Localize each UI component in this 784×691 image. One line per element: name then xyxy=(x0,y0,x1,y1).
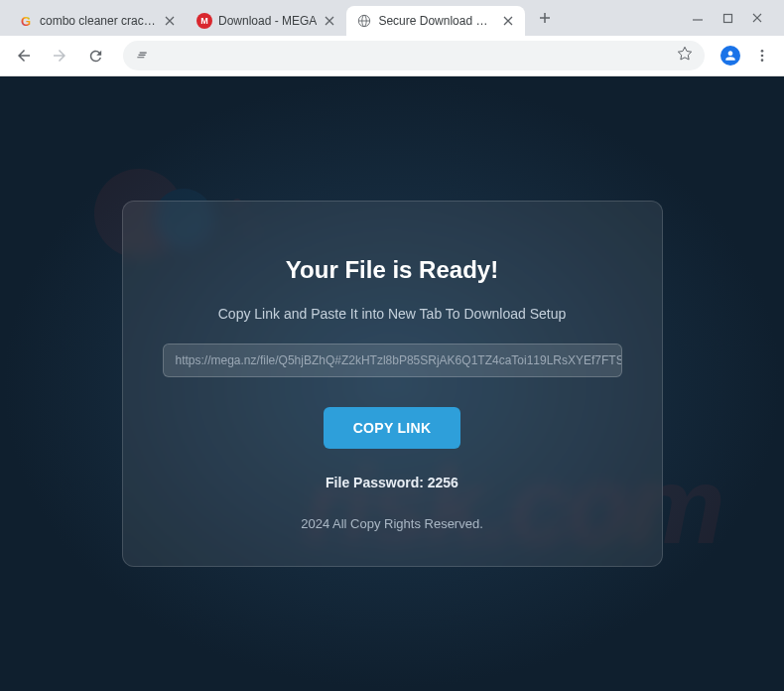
new-tab-button[interactable] xyxy=(531,4,559,32)
password-label: File Password: xyxy=(326,475,428,490)
tabs-bar: G combo cleaner crack 2024 dow... M Down… xyxy=(0,0,784,36)
svg-rect-4 xyxy=(723,14,731,22)
toolbar xyxy=(0,36,784,75)
address-input[interactable] xyxy=(157,49,669,64)
site-info-icon[interactable] xyxy=(135,49,149,63)
close-icon[interactable] xyxy=(323,14,336,28)
back-button[interactable] xyxy=(8,40,40,71)
close-window-button[interactable] xyxy=(750,11,764,25)
file-password: File Password: 2256 xyxy=(163,475,622,490)
password-value: 2256 xyxy=(428,475,458,490)
favicon-mega: M xyxy=(196,13,212,29)
tab-google-search[interactable]: G combo cleaner crack 2024 dow... xyxy=(8,6,187,36)
svg-point-5 xyxy=(761,50,764,53)
browser-chrome: G combo cleaner crack 2024 dow... M Down… xyxy=(0,0,784,76)
card-subtitle: Copy Link and Paste It into New Tab To D… xyxy=(163,306,622,322)
close-icon[interactable] xyxy=(501,14,515,28)
favicon-google: G xyxy=(18,13,34,29)
address-bar[interactable] xyxy=(123,41,705,70)
profile-avatar-icon xyxy=(720,46,740,66)
window-controls xyxy=(691,11,776,25)
tab-mega[interactable]: M Download - MEGA xyxy=(187,6,346,36)
copyright-footer: 2024 All Copy Rights Reserved. xyxy=(163,516,622,531)
card-title: Your File is Ready! xyxy=(163,256,622,284)
download-link-field[interactable]: https://mega.nz/file/Q5hjBZhQ#Z2kHTzl8bP… xyxy=(163,344,622,377)
menu-button[interactable] xyxy=(748,42,776,69)
reload-button[interactable] xyxy=(79,40,111,71)
tab-title: Download - MEGA xyxy=(218,14,317,28)
copy-link-button[interactable]: COPY LINK xyxy=(324,407,461,449)
favicon-globe xyxy=(356,13,372,29)
tab-secure-download[interactable]: Secure Download Storage xyxy=(346,6,525,36)
forward-button[interactable] xyxy=(44,40,75,71)
close-icon[interactable] xyxy=(163,14,177,28)
maximize-button[interactable] xyxy=(720,11,734,25)
svg-point-6 xyxy=(761,55,764,58)
bookmark-icon[interactable] xyxy=(677,46,693,66)
download-card: Your File is Ready! Copy Link and Paste … xyxy=(122,201,663,567)
tab-title: Secure Download Storage xyxy=(378,14,495,28)
svg-point-7 xyxy=(761,59,764,62)
tab-title: combo cleaner crack 2024 dow... xyxy=(40,14,157,28)
profile-button[interactable] xyxy=(717,42,744,69)
page-content: risk.com Your File is Ready! Copy Link a… xyxy=(0,76,784,691)
minimize-button[interactable] xyxy=(691,11,705,25)
